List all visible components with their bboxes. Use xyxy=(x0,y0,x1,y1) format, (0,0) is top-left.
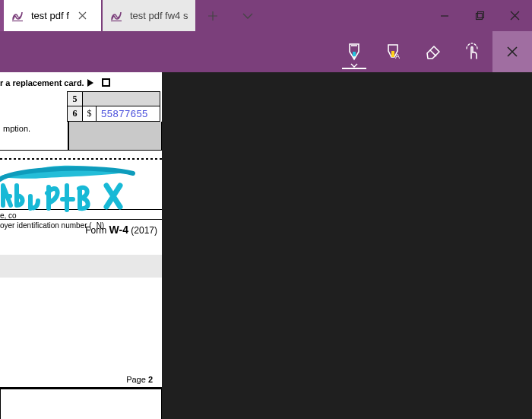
svg-line-8 xyxy=(430,50,436,56)
page2-label: Page xyxy=(126,375,148,384)
highlighter-tool[interactable]: A xyxy=(374,31,413,72)
svg-rect-5 xyxy=(353,52,356,56)
mption-row: mption. xyxy=(0,122,162,151)
tab-app-icon xyxy=(11,9,25,23)
tab-preview-button[interactable] xyxy=(230,0,265,31)
tab-title: test pdf f xyxy=(31,10,69,21)
tab-active[interactable]: test pdf f xyxy=(4,0,101,31)
content-area: r a replacement card. 5 6 $ 55877655 xyxy=(0,72,532,419)
arrow-right-icon xyxy=(87,79,93,87)
svg-rect-4 xyxy=(477,12,483,18)
new-tab-button[interactable] xyxy=(195,0,230,31)
row-6: 6 $ 55877655 xyxy=(67,106,160,122)
chevron-down-icon xyxy=(350,63,358,68)
dashed-separator xyxy=(0,158,162,160)
replacement-card-text: r a replacement card. xyxy=(0,78,84,87)
replacement-card-checkbox[interactable] xyxy=(102,78,110,87)
row-6-value-cell[interactable]: 55877655 xyxy=(97,106,160,121)
signature-region: e, co oyer identification number (N) xyxy=(0,167,162,222)
svg-text:A: A xyxy=(395,52,400,60)
row-6-value: 55877655 xyxy=(101,108,148,119)
replacement-card-line: r a replacement card. xyxy=(0,72,162,91)
eraser-tool[interactable] xyxy=(413,31,453,72)
minimize-button[interactable] xyxy=(427,0,462,31)
title-bar: test pdf f test pdf fw4 s xyxy=(0,0,532,31)
maximize-button[interactable] xyxy=(462,0,497,31)
svg-rect-3 xyxy=(476,14,482,20)
tab-close-button[interactable] xyxy=(72,5,93,27)
page2-num: 2 xyxy=(148,375,153,384)
svg-rect-6 xyxy=(391,51,394,57)
touch-writing-tool[interactable] xyxy=(453,31,492,72)
row-6-dollar: $ xyxy=(83,106,97,121)
viewer-background[interactable] xyxy=(162,72,532,419)
page-gap xyxy=(0,255,162,278)
tab-title: test pdf fw4 s xyxy=(130,10,188,21)
page2-header: Page 2 xyxy=(0,372,162,387)
row-6-num: 6 xyxy=(68,106,83,121)
tab-inactive[interactable]: test pdf fw4 s xyxy=(103,0,196,31)
ink-toolbar: A xyxy=(0,31,532,72)
row-5-value[interactable] xyxy=(83,92,160,106)
row-5-num: 5 xyxy=(68,92,83,106)
pdf-page-2: Page 2 xyxy=(0,278,162,419)
mption-text: mption. xyxy=(3,124,30,133)
grey-block xyxy=(68,122,162,151)
page2-box xyxy=(0,389,162,419)
ink-close-button[interactable] xyxy=(492,31,532,72)
row-5: 5 xyxy=(67,91,160,106)
tab-app-icon xyxy=(110,9,124,23)
window-close-button[interactable] xyxy=(497,0,532,31)
ink-signature xyxy=(0,163,152,228)
pen-tool[interactable] xyxy=(334,31,374,72)
pdf-page-1: r a replacement card. 5 6 $ 55877655 xyxy=(0,72,162,255)
document-column[interactable]: r a replacement card. 5 6 $ 55877655 xyxy=(0,72,162,419)
